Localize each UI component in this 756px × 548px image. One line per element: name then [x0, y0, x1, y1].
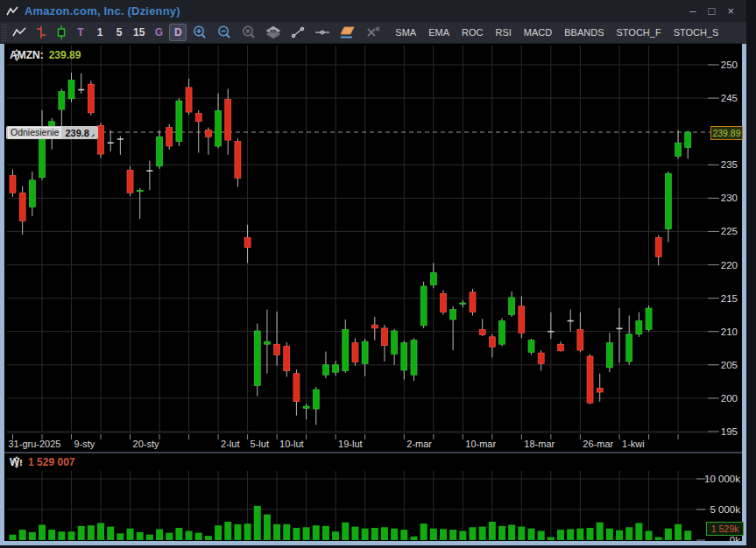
move-handle-icon[interactable]: [10, 48, 24, 62]
svg-text:235: 235: [721, 159, 738, 170]
svg-text:245: 245: [721, 93, 738, 103]
line-style-button[interactable]: [9, 24, 30, 41]
svg-text:2-mar: 2-mar: [406, 439, 432, 449]
indicator-ema-button[interactable]: EMA: [423, 24, 455, 41]
svg-text:195: 195: [721, 426, 738, 437]
chart-panel: 25024523523022522021521020520019510 000k…: [0, 44, 746, 545]
minimize-button[interactable]: –: [689, 5, 696, 17]
svg-text:18-mar: 18-mar: [524, 439, 555, 449]
clear-drawings-button[interactable]: [362, 24, 385, 41]
svg-text:20-sty: 20-sty: [133, 439, 159, 449]
price-panel-header: AMZN: 239.89: [10, 48, 81, 62]
svg-text:205: 205: [721, 360, 738, 370]
indicator-bbands-button[interactable]: BBANDS: [559, 24, 609, 41]
svg-text:250: 250: [721, 60, 738, 70]
horizontal-line-button[interactable]: [311, 24, 334, 41]
svg-text:9-sty: 9-sty: [74, 439, 95, 449]
maximize-button[interactable]: □: [709, 5, 716, 17]
zoom-out-button[interactable]: [213, 24, 236, 41]
svg-text:210: 210: [721, 327, 738, 337]
move-handle-icon[interactable]: [10, 455, 24, 469]
svg-text:0k: 0k: [730, 535, 740, 541]
timeframe-1m-button[interactable]: 1: [91, 24, 109, 41]
timeframe-daily-button[interactable]: D: [169, 24, 187, 41]
svg-text:230: 230: [721, 193, 738, 203]
timeframe-hour-button[interactable]: G: [150, 24, 167, 41]
zoom-in-button[interactable]: [188, 24, 211, 41]
ohlc-bars-button[interactable]: [32, 24, 51, 41]
svg-text:220: 220: [721, 260, 738, 270]
svg-text:225: 225: [721, 226, 738, 236]
close-button[interactable]: ×: [727, 5, 734, 17]
window-title: Amazon.com, Inc. (Dzienny): [25, 4, 180, 18]
current-volume-axis-tag: 1 529k: [706, 522, 744, 536]
timeframe-5m-button[interactable]: 5: [110, 24, 128, 41]
reference-arrow: [89, 126, 96, 138]
indicator-roc-button[interactable]: ROC: [456, 24, 488, 41]
eraser-button[interactable]: [336, 24, 360, 41]
svg-text:10 000k: 10 000k: [704, 474, 740, 484]
zoom-reset-button[interactable]: [237, 24, 260, 41]
line-chart-icon: [6, 5, 19, 18]
reference-line-label[interactable]: Odniesienie 239.89: [6, 126, 98, 139]
title-bar[interactable]: Amazon.com, Inc. (Dzienny) – □ ×: [0, 0, 746, 22]
svg-text:31-gru-2025: 31-gru-2025: [9, 439, 61, 449]
current-price-axis-tag[interactable]: 239.89: [710, 126, 743, 140]
svg-text:26-mar: 26-mar: [583, 439, 613, 449]
last-price-value: 239.89: [49, 49, 81, 61]
indicator-stochf-button[interactable]: STOCH_F: [611, 24, 666, 41]
trend-line-button[interactable]: [286, 24, 309, 41]
reference-label-text: Odniesienie: [8, 127, 61, 138]
indicator-macd-button[interactable]: MACD: [519, 24, 557, 41]
indicator-rsi-button[interactable]: RSI: [491, 24, 517, 41]
timeframe-tick-button[interactable]: T: [72, 24, 89, 41]
indicator-sma-button[interactable]: SMA: [390, 24, 421, 41]
svg-text:215: 215: [721, 293, 738, 304]
svg-text:5 000k: 5 000k: [710, 504, 740, 515]
svg-text:10-lut: 10-lut: [279, 439, 304, 449]
volume-panel-header: W: 1 529 007: [10, 455, 75, 469]
toolbar-grip[interactable]: [2, 24, 8, 41]
svg-text:2-lut: 2-lut: [221, 439, 239, 449]
volume-value: 1 529 007: [28, 456, 74, 468]
candlestick-button[interactable]: [53, 24, 70, 41]
layers-icon[interactable]: [262, 24, 285, 41]
svg-text:10-mar: 10-mar: [465, 439, 496, 449]
svg-text:200: 200: [721, 393, 738, 404]
svg-text:1-kwi: 1-kwi: [622, 439, 645, 449]
app-window: Amazon.com, Inc. (Dzienny) – □ × T 1 5 1…: [0, 0, 756, 548]
indicator-stochs-button[interactable]: STOCH_S: [668, 24, 724, 41]
candlestick-chart[interactable]: 25024523523022522021521020520019510 000k…: [4, 44, 742, 541]
timeframe-15m-button[interactable]: 15: [130, 24, 148, 41]
svg-text:5-lut: 5-lut: [251, 439, 269, 449]
toolbar: T 1 5 15 G D SMA EMA: [0, 22, 746, 44]
svg-text:19-lut: 19-lut: [338, 439, 363, 449]
